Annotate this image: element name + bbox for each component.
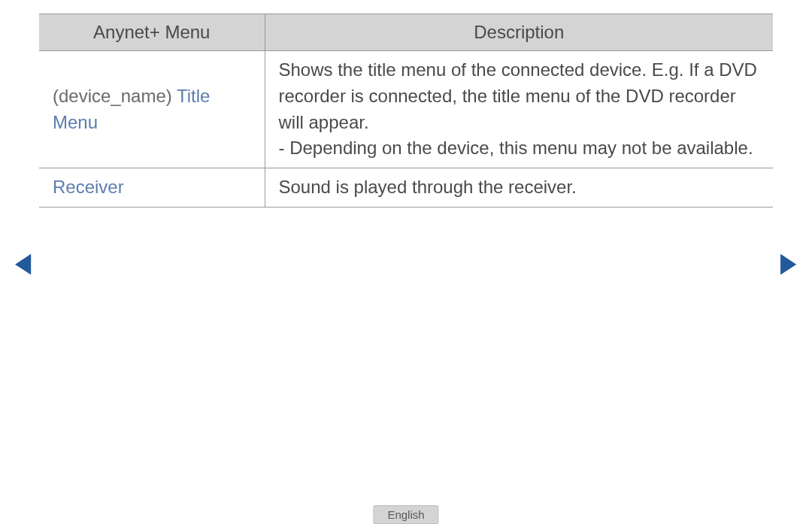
language-badge[interactable]: English xyxy=(373,505,438,524)
header-description: Description xyxy=(265,14,773,51)
table-row: Receiver Sound is played through the rec… xyxy=(39,168,773,207)
menu-accent-text: Receiver xyxy=(53,177,124,197)
menu-prefix: (device_name) xyxy=(53,86,177,106)
cell-desc-title: Shows the title menu of the connected de… xyxy=(265,51,773,168)
page-content: Anynet+ Menu Description (device_name) T… xyxy=(0,0,812,207)
prev-page-arrow[interactable]: ◀ xyxy=(15,249,32,276)
language-label: English xyxy=(387,508,424,521)
cell-menu-receiver: Receiver xyxy=(39,168,265,207)
anynet-menu-table: Anynet+ Menu Description (device_name) T… xyxy=(39,14,773,207)
desc-main: Sound is played through the receiver. xyxy=(279,177,577,197)
desc-note-prefix: - xyxy=(279,138,290,158)
triangle-left-icon: ◀ xyxy=(15,247,32,277)
desc-note-text: Depending on the device, this menu may n… xyxy=(289,138,753,158)
table-header-row: Anynet+ Menu Description xyxy=(39,14,773,51)
triangle-right-icon: ▶ xyxy=(780,247,797,277)
desc-note: - Depending on the device, this menu may… xyxy=(279,135,760,162)
header-menu: Anynet+ Menu xyxy=(39,14,265,51)
cell-desc-receiver: Sound is played through the receiver. xyxy=(265,168,773,207)
cell-menu-title: (device_name) Title Menu xyxy=(39,51,265,168)
desc-main: Shows the title menu of the connected de… xyxy=(279,57,760,135)
next-page-arrow[interactable]: ▶ xyxy=(780,249,797,276)
table-row: (device_name) Title Menu Shows the title… xyxy=(39,51,773,168)
